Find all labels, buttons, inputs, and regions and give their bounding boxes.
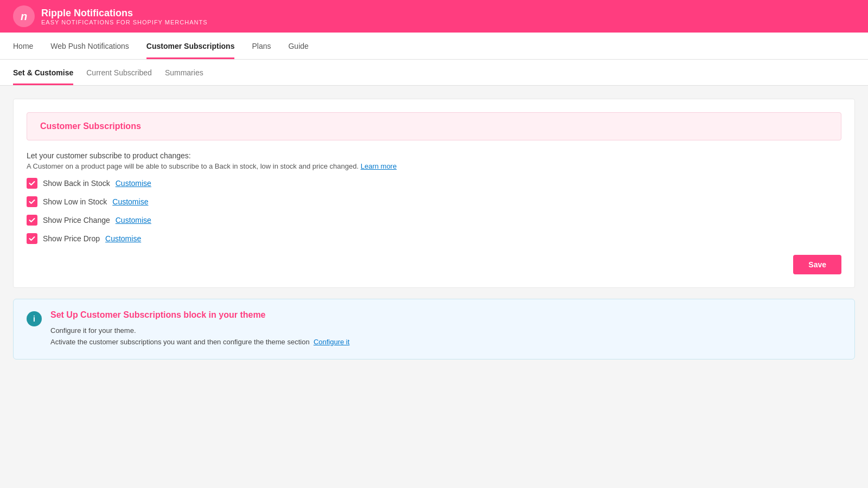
nav-item-plans[interactable]: Plans <box>252 33 271 59</box>
main-nav: Home Web Push Notifications Customer Sub… <box>0 33 868 60</box>
configure-it-link[interactable]: Configure it <box>314 338 349 346</box>
nav-item-customer-subscriptions[interactable]: Customer Subscriptions <box>146 33 235 59</box>
learn-more-link[interactable]: Learn more <box>361 162 397 170</box>
checkbox-label-low-in-stock: Show Low in Stock <box>43 197 107 206</box>
checkbox-row-price-drop: Show Price Drop Customise <box>27 233 841 244</box>
checkbox-low-in-stock[interactable] <box>27 196 37 207</box>
info-icon: i <box>27 311 42 326</box>
save-button[interactable]: Save <box>793 255 841 274</box>
checkbox-label-back-in-stock: Show Back in Stock <box>43 179 110 188</box>
save-button-row: Save <box>27 255 841 274</box>
card-title: Customer Subscriptions <box>40 121 141 131</box>
checkbox-price-drop[interactable] <box>27 233 37 244</box>
app-logo: n <box>13 5 35 27</box>
checkbox-row-price-change: Show Price Change Customise <box>27 215 841 226</box>
customise-link-back-in-stock[interactable]: Customise <box>116 179 151 188</box>
checkbox-label-price-change: Show Price Change <box>43 216 110 224</box>
info-card: i Set Up Customer Subscriptions block in… <box>13 299 855 359</box>
sub-tab-current-subscribed[interactable]: Current Subscribed <box>86 60 152 85</box>
nav-item-web-push[interactable]: Web Push Notifications <box>50 33 129 59</box>
info-card-text: Configure it for your theme. Activate th… <box>50 325 349 348</box>
app-subtitle: EASY NOTIFICATIONS FOR SHOPIFY MERCHANTS <box>41 19 207 25</box>
sub-tab-set-customise[interactable]: Set & Customise <box>13 60 73 85</box>
checkbox-price-change[interactable] <box>27 215 37 226</box>
page-content: Customer Subscriptions Let your customer… <box>0 86 868 373</box>
checkbox-row-low-in-stock: Show Low in Stock Customise <box>27 196 841 207</box>
checkbox-back-in-stock[interactable] <box>27 178 37 189</box>
nav-item-guide[interactable]: Guide <box>288 33 308 59</box>
sub-tabs: Set & Customise Current Subscribed Summa… <box>0 60 868 86</box>
info-card-body: Set Up Customer Subscriptions block in y… <box>50 310 349 348</box>
sub-tab-summaries[interactable]: Summaries <box>165 60 203 85</box>
customise-link-price-drop[interactable]: Customise <box>105 234 141 243</box>
description-line2: A Customer on a product page will be abl… <box>27 162 841 170</box>
app-header-text: Ripple Notifications EASY NOTIFICATIONS … <box>41 8 207 25</box>
customer-subscriptions-card: Customer Subscriptions Let your customer… <box>13 99 855 288</box>
app-title: Ripple Notifications <box>41 8 207 19</box>
nav-item-home[interactable]: Home <box>13 33 33 59</box>
info-card-title: Set Up Customer Subscriptions block in y… <box>50 310 349 320</box>
customise-link-low-in-stock[interactable]: Customise <box>112 197 148 206</box>
checkbox-label-price-drop: Show Price Drop <box>43 234 100 243</box>
app-header: n Ripple Notifications EASY NOTIFICATION… <box>0 0 868 33</box>
description-line1: Let your customer subscribe to product c… <box>27 151 841 160</box>
card-pink-header: Customer Subscriptions <box>27 112 841 140</box>
customise-link-price-change[interactable]: Customise <box>116 216 151 224</box>
checkbox-row-back-in-stock: Show Back in Stock Customise <box>27 178 841 189</box>
